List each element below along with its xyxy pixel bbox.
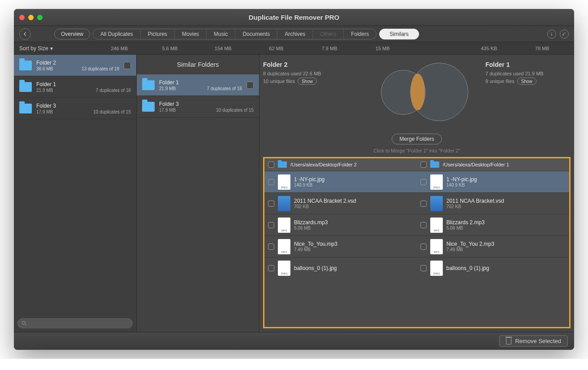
remove-selected-button[interactable]: Remove Selected bbox=[499, 335, 568, 347]
folder-icon bbox=[142, 80, 155, 90]
tab-all-duplicates[interactable]: All Duplicates bbox=[93, 29, 141, 39]
merge-hint: Click to Merge "Folder 1" into "Folder 2… bbox=[259, 148, 574, 153]
folder-icon bbox=[19, 104, 32, 113]
file-icon bbox=[430, 196, 443, 211]
tab-others: Others bbox=[313, 29, 344, 39]
table-header: /Users/alexa/Desktop/Folder 2 /Users/ale… bbox=[264, 158, 569, 171]
info-icon[interactable]: i bbox=[547, 30, 556, 39]
file-icon bbox=[278, 218, 290, 233]
venn-diagram bbox=[368, 61, 466, 128]
row-right-checkbox[interactable] bbox=[420, 265, 427, 271]
table-row[interactable]: Blizzards.mp35.06 MB Blizzards 2.mp35.06… bbox=[264, 214, 569, 235]
titlebar: Duplicate File Remover PRO bbox=[14, 9, 574, 26]
row-left-checkbox[interactable] bbox=[268, 222, 274, 228]
svg-line-2 bbox=[25, 324, 26, 326]
tab-documents[interactable]: Documents bbox=[235, 29, 277, 39]
tab-archives[interactable]: Archives bbox=[277, 29, 313, 39]
size-bar: Sort by Size ▾ 246 MB5.6 MB154 MB62 MB7.… bbox=[14, 42, 574, 55]
table-row[interactable]: 1 -NY-pic.jpg140.9 KB 1 -NY-pic.jpg140.9… bbox=[264, 171, 569, 192]
table-row[interactable]: balloons_0 (1).jpg balloons_0 (1).jpg bbox=[264, 257, 569, 279]
compare-left: Folder 2 8 duplicates used 22.6 MB 10 un… bbox=[263, 61, 348, 86]
sidebar: Folder 2 38.6 MB13 duplicates of 18 Fold… bbox=[14, 55, 137, 332]
tab-folders[interactable]: Folders bbox=[344, 29, 376, 39]
merge-folders-button[interactable]: Merge Folders bbox=[392, 134, 441, 144]
folder-item[interactable]: Folder 1 21.9 MB7 duplicates of 16 bbox=[14, 76, 136, 98]
tab-size: 78 MB bbox=[515, 46, 569, 51]
tab-size: 246 MB bbox=[95, 46, 143, 51]
tab-size: 15 MB bbox=[356, 46, 409, 51]
folder-checkbox[interactable] bbox=[124, 62, 131, 69]
maximize-window-button[interactable] bbox=[37, 15, 43, 20]
minimize-window-button[interactable] bbox=[28, 15, 34, 20]
window-title: Duplicate File Remover PRO bbox=[14, 13, 574, 21]
app-window: Duplicate File Remover PRO Overview All … bbox=[14, 9, 574, 350]
file-compare-table: /Users/alexa/Desktop/Folder 2 /Users/ale… bbox=[263, 157, 571, 328]
file-icon bbox=[430, 218, 443, 233]
file-icon bbox=[430, 261, 443, 276]
svg-point-1 bbox=[22, 322, 26, 325]
table-row[interactable]: Nice_To_You.mp37.49 MB Nice_To_You 2.mp3… bbox=[264, 235, 569, 257]
footer: Remove Selected bbox=[14, 332, 574, 350]
folder-icon bbox=[19, 61, 32, 70]
file-icon bbox=[278, 196, 290, 211]
row-right-checkbox[interactable] bbox=[420, 200, 427, 207]
row-left-checkbox[interactable] bbox=[268, 200, 274, 207]
tab-similars[interactable]: Similars bbox=[379, 29, 419, 39]
trash-icon bbox=[506, 338, 511, 344]
detail-panel: Folder 2 8 duplicates used 22.6 MB 10 un… bbox=[259, 55, 574, 332]
tab-movies[interactable]: Movies bbox=[175, 29, 207, 39]
row-right-checkbox[interactable] bbox=[420, 244, 427, 250]
svg-point-0 bbox=[563, 35, 564, 35]
compare-left-title: Folder 2 bbox=[263, 61, 348, 68]
close-window-button[interactable] bbox=[19, 15, 25, 20]
compare-right: Folder 1 7 duplicates used 21.9 MB 9 uni… bbox=[485, 61, 571, 86]
tab-size: 5.6 MB bbox=[143, 46, 197, 51]
overview-button[interactable]: Overview bbox=[54, 29, 90, 39]
tab-size: 435 KB bbox=[463, 46, 516, 51]
folder-item[interactable]: Folder 3 17.9 MB10 duplicates of 15 bbox=[137, 96, 259, 118]
window-controls bbox=[19, 15, 43, 20]
comparison-header: Folder 2 8 duplicates used 22.6 MB 10 un… bbox=[259, 55, 574, 132]
tab-size: 154 MB bbox=[196, 46, 250, 51]
tab-size: 62 MB bbox=[250, 46, 303, 51]
file-icon bbox=[430, 174, 443, 190]
folder-icon bbox=[278, 161, 287, 168]
row-right-checkbox[interactable] bbox=[420, 179, 427, 185]
file-icon bbox=[278, 239, 290, 254]
show-right-button[interactable]: Show bbox=[517, 78, 536, 85]
similar-folders-panel: Similar Folders Folder 1 21.9 MB7 duplic… bbox=[137, 55, 259, 332]
folder-item[interactable]: Folder 1 21.9 MB7 duplicates of 16 bbox=[137, 74, 259, 96]
folder-icon bbox=[142, 102, 155, 112]
folder-icon bbox=[430, 161, 439, 168]
folder-icon bbox=[19, 82, 32, 92]
row-right-checkbox[interactable] bbox=[420, 222, 427, 228]
folder-checkbox[interactable] bbox=[246, 82, 254, 89]
file-icon bbox=[278, 261, 290, 276]
category-tabs: All DuplicatesPicturesMoviesMusicDocumen… bbox=[93, 29, 376, 39]
tab-size: 7.9 MB bbox=[303, 46, 356, 51]
file-icon bbox=[278, 174, 290, 190]
tab-pictures[interactable]: Pictures bbox=[141, 29, 175, 39]
select-all-left-checkbox[interactable] bbox=[268, 161, 274, 168]
rss-icon[interactable] bbox=[560, 30, 569, 39]
toolbar: Overview All DuplicatesPicturesMoviesMus… bbox=[14, 26, 574, 42]
show-left-button[interactable]: Show bbox=[298, 78, 317, 85]
select-all-right-checkbox[interactable] bbox=[420, 161, 427, 168]
back-button[interactable] bbox=[19, 28, 31, 40]
compare-right-title: Folder 1 bbox=[485, 61, 571, 68]
table-row[interactable]: 2011 NCAA Bracket 2.vsd702 KB 2011 NCAA … bbox=[264, 192, 569, 214]
similar-folders-title: Similar Folders bbox=[137, 55, 259, 74]
folder-item[interactable]: Folder 3 17.9 MB10 duplicates of 15 bbox=[14, 98, 136, 119]
file-icon bbox=[430, 239, 443, 254]
tab-music[interactable]: Music bbox=[207, 29, 235, 39]
row-left-checkbox[interactable] bbox=[268, 244, 274, 250]
row-left-checkbox[interactable] bbox=[268, 179, 274, 185]
row-left-checkbox[interactable] bbox=[268, 265, 274, 271]
folder-item[interactable]: Folder 2 38.6 MB13 duplicates of 18 bbox=[14, 55, 136, 76]
sort-dropdown[interactable]: Sort by Size ▾ bbox=[19, 45, 95, 52]
search-input[interactable] bbox=[17, 318, 133, 328]
tab-size bbox=[409, 46, 463, 51]
